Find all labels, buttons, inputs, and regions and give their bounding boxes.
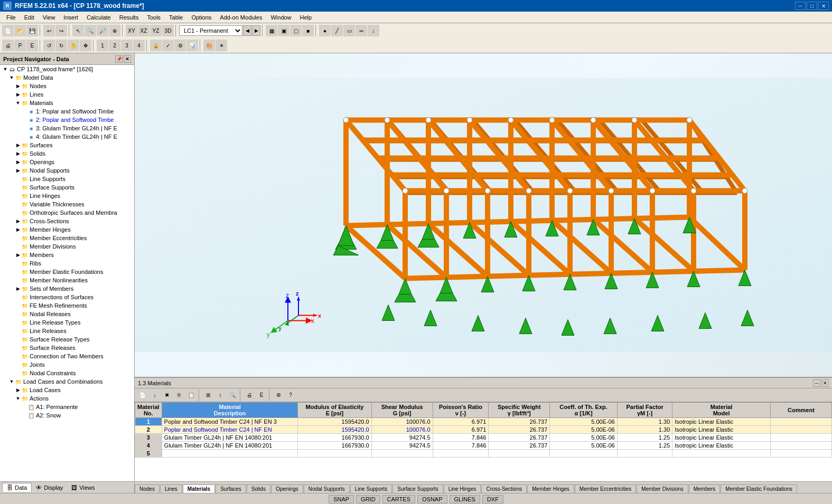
expand-lines[interactable]: ▶ — [15, 91, 21, 98]
tree-nodal-constraints[interactable]: 📁 Nodal Constraints — [0, 369, 134, 377]
tree-nodes[interactable]: ▶ 📁 Nodes — [0, 82, 134, 90]
maximize-button[interactable]: □ — [807, 2, 817, 10]
tb-line[interactable]: ╱ — [331, 25, 343, 36]
tb-calc[interactable]: ⚙ — [174, 40, 186, 51]
tb-load[interactable]: ↓ — [368, 25, 379, 36]
menu-options[interactable]: Options — [187, 13, 216, 22]
tree-orthotropic[interactable]: 📁 Orthotropic Surfaces and Membra — [0, 208, 134, 217]
tree-openings[interactable]: ▶ 📁 Openings — [0, 158, 134, 166]
tb-view-xy[interactable]: XY — [126, 25, 137, 36]
menu-help[interactable]: Help — [296, 13, 316, 22]
tb-zoom-all[interactable]: ⊕ — [109, 25, 120, 36]
bt-search[interactable]: 🔍 — [227, 389, 238, 401]
expand-member-hinges[interactable]: ▶ — [15, 226, 21, 233]
expand-solids[interactable]: ▶ — [15, 150, 21, 157]
status-glines[interactable]: GLINES — [450, 495, 480, 503]
tb-zoom-out[interactable]: 🔎 — [97, 25, 108, 36]
tb-member[interactable]: ═ — [356, 25, 367, 36]
tb-view-yz[interactable]: YZ — [150, 25, 162, 36]
tb-rotate-y[interactable]: ↻ — [55, 40, 67, 51]
bottom-panel-close[interactable]: ✕ — [821, 379, 829, 387]
tab-line-supports[interactable]: Line Supports — [350, 484, 392, 493]
bottom-panel-minimize[interactable]: ─ — [813, 379, 820, 387]
tree-joints[interactable]: 📁 Joints — [0, 360, 134, 369]
tab-nodes[interactable]: Nodes — [135, 484, 160, 493]
menu-window[interactable]: Window — [266, 13, 295, 22]
bt-help[interactable]: ? — [285, 389, 296, 401]
tb-save[interactable]: 💾 — [26, 25, 38, 36]
tree-member-hinges[interactable]: ▶ 📁 Member Hinges — [0, 225, 134, 234]
tree-intersections[interactable]: 📁 Intersections of Surfaces — [0, 293, 134, 301]
tb-undo[interactable]: ↩ — [43, 25, 55, 36]
expand-load-cases[interactable]: ▶ — [15, 387, 21, 393]
tree-mat-2[interactable]: ■ 2: Poplar and Softwood Timbe — [0, 116, 134, 124]
tb-print[interactable]: 🖨 — [2, 40, 14, 51]
bt-paste[interactable]: 📋 — [185, 389, 197, 401]
tb-pdf[interactable]: P — [14, 40, 26, 51]
bottom-panel-controls[interactable]: ─ ✕ — [813, 379, 829, 387]
tb-rotate-x[interactable]: ↺ — [43, 40, 55, 51]
expand-model-data[interactable]: ▼ — [8, 74, 15, 81]
bt-new-row[interactable]: 📄 — [137, 389, 148, 401]
tree-mat-1[interactable]: ■ 1: Poplar and Softwood Timbe — [0, 107, 134, 116]
panel-close[interactable]: ✕ — [124, 55, 131, 63]
expand-load-cases-comb[interactable]: ▼ — [8, 378, 15, 385]
close-button[interactable]: ✕ — [818, 2, 829, 10]
tab-member-eccentricities[interactable]: Member Eccentricities — [575, 484, 636, 493]
tree-member-divisions[interactable]: 📁 Member Divisions — [0, 242, 134, 251]
status-grid[interactable]: GRID — [356, 495, 380, 503]
tab-cross-sections[interactable]: Cross-Sections — [481, 484, 527, 493]
tb-zoom-in[interactable]: 🔍 — [85, 25, 96, 36]
tb-render[interactable]: ▦ — [266, 25, 277, 36]
menu-tools[interactable]: Tools — [143, 13, 165, 22]
tb-pan[interactable]: ✋ — [68, 40, 79, 51]
table-row[interactable]: 5 — [135, 450, 832, 458]
viewport[interactable]: x z y — [135, 53, 832, 377]
bt-excel[interactable]: E — [256, 389, 267, 401]
tb-new[interactable]: 📄 — [2, 25, 14, 36]
tree-mat-4[interactable]: ■ 4: Glulam Timber GL24h | NF E — [0, 132, 134, 141]
bt-settings[interactable]: ⚙ — [273, 389, 284, 401]
tb-hidden[interactable]: ▢ — [290, 25, 302, 36]
bt-print[interactable]: 🖨 — [244, 389, 255, 401]
tree-ribs[interactable]: 📁 Ribs — [0, 259, 134, 268]
tree-surface-release-types[interactable]: 📁 Surface Release Types — [0, 335, 134, 344]
tab-line-hinges[interactable]: Line Hinges — [444, 484, 481, 493]
tree-member-eccentricities[interactable]: 📁 Member Eccentricities — [0, 234, 134, 242]
expand-surfaces[interactable]: ▶ — [15, 142, 21, 148]
minimize-button[interactable]: ─ — [795, 2, 806, 10]
expand-actions[interactable]: ▼ — [15, 395, 21, 402]
lc-next[interactable]: ▶ — [252, 25, 260, 36]
status-snap[interactable]: SNAP — [329, 495, 354, 503]
tab-member-elastic[interactable]: Member Elastic Foundations — [721, 484, 797, 493]
menu-file[interactable]: File — [2, 13, 20, 22]
tab-nodal-supports[interactable]: Nodal Supports — [304, 484, 350, 493]
tb-open[interactable]: 📂 — [14, 25, 26, 36]
expand-sets-members[interactable]: ▶ — [15, 286, 21, 292]
tb-node-num[interactable]: 1 — [97, 40, 108, 51]
menu-addon[interactable]: Add-on Modules — [216, 13, 266, 22]
tree-line-releases[interactable]: 📁 Line Releases — [0, 327, 134, 335]
lc-prev[interactable]: ◀ — [243, 25, 251, 36]
bt-filter[interactable]: ⊞ — [202, 389, 214, 401]
panel-controls[interactable]: 📌 ✕ — [115, 55, 131, 63]
tree-root[interactable]: ▼ 🗂 CP 1178_wood frame* [1626] — [0, 65, 134, 73]
tree-variable-thick[interactable]: 📁 Variable Thicknesses — [0, 200, 134, 208]
tb-view-xz[interactable]: XZ — [138, 25, 149, 36]
tab-materials[interactable]: Materials — [183, 484, 215, 493]
tree-expand-root[interactable]: ▼ — [2, 66, 8, 72]
tree-action-a1[interactable]: 📋 A1: Permanente — [0, 403, 134, 411]
tab-surface-supports[interactable]: Surface Supports — [392, 484, 443, 493]
tb-move[interactable]: ✥ — [80, 40, 91, 51]
tree-lines[interactable]: ▶ 📁 Lines — [0, 90, 134, 99]
tab-lines[interactable]: Lines — [160, 484, 182, 493]
tree-surface-supports[interactable]: 📁 Surface Supports — [0, 183, 134, 192]
bt-copy[interactable]: ⎘ — [173, 389, 185, 401]
table-row[interactable]: 3 Glulam Timber GL24h | NF EN 14080:201 … — [135, 434, 832, 442]
tb-wireframe[interactable]: ▣ — [278, 25, 289, 36]
bt-insert[interactable]: ↓ — [149, 389, 161, 401]
lc-dropdown[interactable]: LC1 - Permanent — [179, 25, 242, 36]
tb-line-num[interactable]: 2 — [109, 40, 120, 51]
tab-member-divisions[interactable]: Member Divisions — [637, 484, 688, 493]
tree-line-hinges[interactable]: 📁 Line Hinges — [0, 192, 134, 200]
